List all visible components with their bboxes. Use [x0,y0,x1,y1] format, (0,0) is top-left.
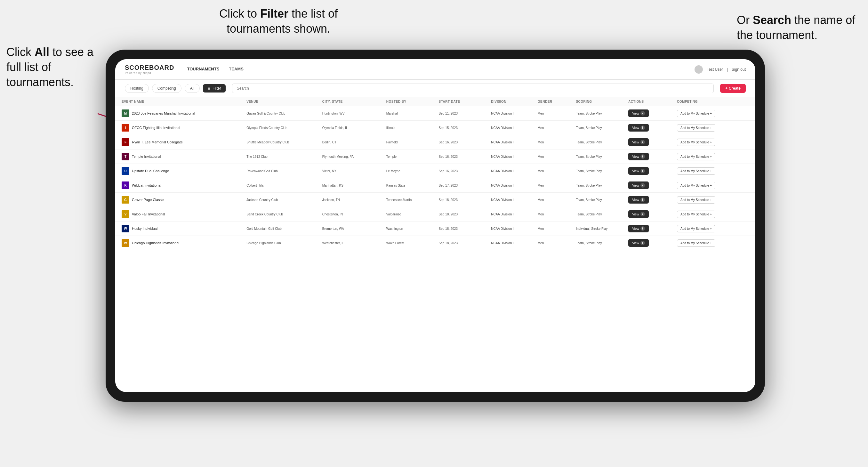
view-button-9[interactable]: View i [628,239,649,247]
start-date-4: Sep 16, 2023 [436,164,488,178]
division-5: NCAA Division I [488,178,534,193]
annotation-left: Click All to see a full list of tourname… [6,45,96,90]
view-button-6[interactable]: View i [628,196,649,204]
team-logo-2: F [122,138,129,146]
event-name-cell-5: K Wildcat Invitational [122,182,240,189]
tab-competing[interactable]: Competing [152,84,182,93]
logo-text: SCOREBOARD [125,64,174,71]
division-6: NCAA Division I [488,193,534,207]
start-date-9: Sep 18, 2023 [436,236,488,250]
city-2: Berlin, CT [319,135,383,150]
add-schedule-button-4[interactable]: Add to My Schedule + [677,167,715,175]
event-name-cell-1: I OFCC Fighting Illini Invitational [122,124,240,131]
view-button-2[interactable]: View i [628,138,649,146]
col-division: DIVISION [488,97,534,106]
event-name-cell-8: W Husky Individual [122,225,240,232]
add-schedule-button-6[interactable]: Add to My Schedule + [677,196,715,204]
scoring-9: Team, Stroke Play [572,236,625,250]
city-3: Plymouth Meeting, PA [319,150,383,164]
add-schedule-button-1[interactable]: Add to My Schedule + [677,124,715,131]
logo-area: SCOREBOARD Powered by clippd [125,64,174,74]
start-date-0: Sep 11, 2023 [436,106,488,121]
competing-9: Add to My Schedule + [674,236,755,250]
hosted-by-5: Kansas State [383,178,436,193]
competing-0: Add to My Schedule + [674,106,755,121]
view-button-1[interactable]: View i [628,124,649,131]
gender-3: Men [534,150,573,164]
tablet-screen: SCOREBOARD Powered by clippd TOURNAMENTS… [115,59,755,392]
event-name-7: Valpo Fall Invitational [132,212,165,216]
view-button-7[interactable]: View i [628,210,649,218]
view-button-4[interactable]: View i [628,167,649,175]
actions-0: View i [625,106,674,121]
division-9: NCAA Division I [488,236,534,250]
start-date-5: Sep 17, 2023 [436,178,488,193]
city-6: Jackson, TN [319,193,383,207]
city-8: Bremerton, WA [319,221,383,236]
start-date-8: Sep 18, 2023 [436,221,488,236]
add-schedule-button-9[interactable]: Add to My Schedule + [677,240,715,247]
event-name-2: Ryan T. Lee Memorial Collegiate [132,140,183,144]
gender-7: Men [534,207,573,221]
venue-0: Guyan Golf & Country Club [243,106,319,121]
col-competing: COMPETING [674,97,755,106]
add-schedule-button-7[interactable]: Add to My Schedule + [677,211,715,218]
view-button-5[interactable]: View i [628,182,649,189]
tournaments-table: EVENT NAME VENUE CITY, STATE HOSTED BY S… [115,97,755,250]
view-button-3[interactable]: View i [628,153,649,160]
event-name-8: Husky Individual [132,226,157,231]
add-schedule-button-8[interactable]: Add to My Schedule + [677,225,715,232]
city-4: Victor, NY [319,164,383,178]
hosted-by-7: Valparaiso [383,207,436,221]
tab-hosting[interactable]: Hosting [125,84,149,93]
tournaments-table-container: EVENT NAME VENUE CITY, STATE HOSTED BY S… [115,97,755,392]
competing-4: Add to My Schedule + [674,164,755,178]
view-button-8[interactable]: View i [628,225,649,232]
filter-label: Filter [213,86,221,91]
table-row: U Upstate Dual Challenge Ravenwood Golf … [115,164,755,178]
table-row: K Wildcat Invitational Colbert Hills Man… [115,178,755,193]
scoring-3: Team, Stroke Play [572,150,625,164]
hosted-by-4: Le Moyne [383,164,436,178]
division-0: NCAA Division I [488,106,534,121]
venue-3: The 1912 Club [243,150,319,164]
info-icon-0: i [641,111,645,116]
scoring-0: Team, Stroke Play [572,106,625,121]
search-input[interactable] [232,84,714,93]
view-button-0[interactable]: View i [628,110,649,117]
info-icon-9: i [641,241,645,245]
hosted-by-6: Tennessee-Martin [383,193,436,207]
event-name-5: Wildcat Invitational [132,183,161,188]
team-logo-1: I [122,124,129,131]
scoring-2: Team, Stroke Play [572,135,625,150]
event-name-cell-0: M 2023 Joe Feaganes Marshall Invitationa… [122,110,240,117]
gender-4: Men [534,164,573,178]
actions-2: View i [625,135,674,150]
competing-5: Add to My Schedule + [674,178,755,193]
filter-button[interactable]: ⊟ Filter [203,84,226,93]
col-actions: ACTIONS [625,97,674,106]
sign-out-link[interactable]: Sign out [732,67,746,72]
division-8: NCAA Division I [488,221,534,236]
col-gender: GENDER [534,97,573,106]
division-4: NCAA Division I [488,164,534,178]
add-schedule-button-0[interactable]: Add to My Schedule + [677,110,715,117]
add-schedule-button-3[interactable]: Add to My Schedule + [677,153,715,160]
create-button[interactable]: + Create [720,84,746,93]
user-avatar [694,65,703,73]
actions-4: View i [625,164,674,178]
table-row: V Valpo Fall Invitational Sand Creek Cou… [115,207,755,221]
app-header: SCOREBOARD Powered by clippd TOURNAMENTS… [115,59,755,80]
col-hosted-by: HOSTED BY [383,97,436,106]
event-name-cell-9: W Chicago Highlands Invitational [122,239,240,247]
competing-1: Add to My Schedule + [674,121,755,135]
nav-teams[interactable]: TEAMS [229,65,244,73]
table-row: T Temple Invitational The 1912 Club Plym… [115,150,755,164]
col-city: CITY, STATE [319,97,383,106]
event-name-cell-4: U Upstate Dual Challenge [122,167,240,175]
add-schedule-button-2[interactable]: Add to My Schedule + [677,138,715,146]
add-schedule-button-5[interactable]: Add to My Schedule + [677,182,715,189]
nav-tournaments[interactable]: TOURNAMENTS [187,65,219,73]
tab-all[interactable]: All [185,84,200,93]
start-date-2: Sep 16, 2023 [436,135,488,150]
